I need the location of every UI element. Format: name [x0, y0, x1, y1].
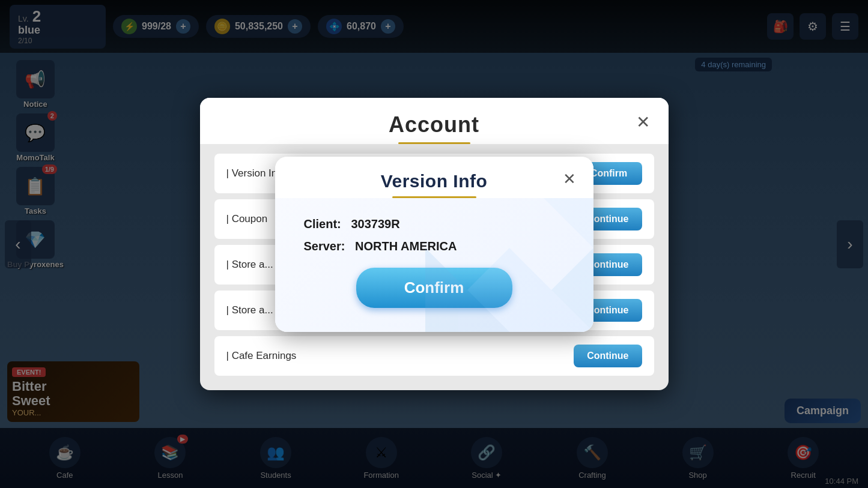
server-label: Server:: [304, 239, 345, 253]
version-modal-header: Version Info ✕: [275, 157, 593, 198]
version-modal-content: Client: 303739R Server: NORTH AMERICA Co…: [275, 198, 593, 332]
version-modal-title: Version Info: [294, 171, 574, 191]
client-info-line: Client: 303739R: [304, 217, 400, 231]
version-title-underline: [392, 196, 476, 198]
version-info-modal: Version Info ✕ Client: 303739R Server: N…: [275, 157, 593, 332]
version-close-button[interactable]: ✕: [557, 167, 581, 191]
version-modal-wrapper: Version Info ✕ Client: 303739R Server: N…: [200, 98, 669, 390]
client-label: Client:: [304, 217, 341, 230]
server-info-line: Server: NORTH AMERICA: [304, 239, 457, 253]
account-modal: Account ✕ | Version Info Confirm | Coupo…: [200, 98, 669, 390]
version-confirm-button[interactable]: Confirm: [356, 268, 512, 308]
server-value: NORTH AMERICA: [355, 239, 457, 253]
client-value: 303739R: [351, 217, 399, 230]
modal-overlay: Account ✕ | Version Info Confirm | Coupo…: [0, 0, 868, 488]
